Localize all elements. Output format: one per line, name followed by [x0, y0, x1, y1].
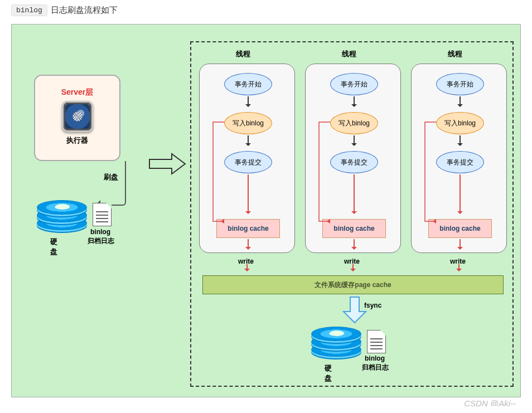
big-arrow-icon: [148, 153, 187, 177]
thread-title-3: 线程: [448, 49, 462, 59]
server-box: Server层 执行器: [34, 75, 120, 161]
file-icon-left: [93, 203, 112, 226]
step-start: 事务开始: [224, 73, 272, 95]
binlog-cache: binlog cache: [216, 219, 280, 238]
side-path-icon: [206, 121, 225, 231]
threads-zone: 线程 线程 线程 事务开始 写入binlog 事务提交 binlog cache…: [190, 41, 514, 387]
step-write-binlog: 写入binlog: [436, 112, 484, 134]
file-sub-bottom: 归档日志: [362, 363, 389, 372]
file-icon-bottom: [367, 330, 386, 353]
file-title-bottom: binlog: [365, 354, 385, 362]
write-label-2: write: [344, 257, 360, 265]
flush-connector: [98, 161, 126, 206]
title-bar: binlog 日志刷盘流程如下: [0, 0, 532, 21]
thread-col-3: 事务开始 写入binlog 事务提交 binlog cache: [411, 64, 507, 253]
step-write-binlog: 写入binlog: [330, 112, 378, 134]
thread-title-2: 线程: [342, 49, 356, 59]
diagram-stage: Server层 执行器 刷盘 硬盘 binlog 归档日志 线程 线程 线程 事…: [11, 24, 521, 397]
thread-title-1: 线程: [236, 49, 250, 59]
step-start: 事务开始: [330, 73, 378, 95]
title-text: 日志刷盘流程如下: [51, 5, 118, 16]
thread-col-2: 事务开始 写入binlog 事务提交 binlog cache: [305, 64, 401, 253]
write-label-1: write: [238, 257, 254, 265]
flush-label: 刷盘: [104, 172, 118, 182]
disk-label-bottom: 硬盘: [325, 363, 332, 383]
step-write-binlog: 写入binlog: [224, 112, 272, 134]
binlog-cache: binlog cache: [322, 219, 386, 238]
server-layer-label: Server层: [61, 88, 94, 98]
file-sub-left: 归档日志: [88, 236, 114, 246]
watermark: CSDN @Aki--: [464, 399, 516, 406]
step-start: 事务开始: [436, 73, 484, 95]
binlog-cache: binlog cache: [428, 219, 492, 238]
code-chip-binlog: binlog: [11, 4, 47, 16]
step-commit: 事务提交: [224, 151, 272, 173]
step-commit: 事务提交: [330, 151, 378, 173]
gear-icon: [62, 101, 93, 132]
step-commit: 事务提交: [436, 151, 484, 173]
file-title-left: binlog: [90, 228, 110, 236]
down-arrow-icon: [341, 296, 369, 326]
thread-col-1: 事务开始 写入binlog 事务提交 binlog cache: [199, 64, 295, 253]
executor-label: 执行器: [66, 135, 88, 145]
page-cache-box: 文件系统缓存page cache: [202, 275, 504, 294]
disk-label-left: 硬盘: [50, 237, 57, 257]
write-label-3: write: [450, 257, 466, 265]
side-path-icon: [418, 121, 437, 231]
side-path-icon: [312, 121, 331, 231]
